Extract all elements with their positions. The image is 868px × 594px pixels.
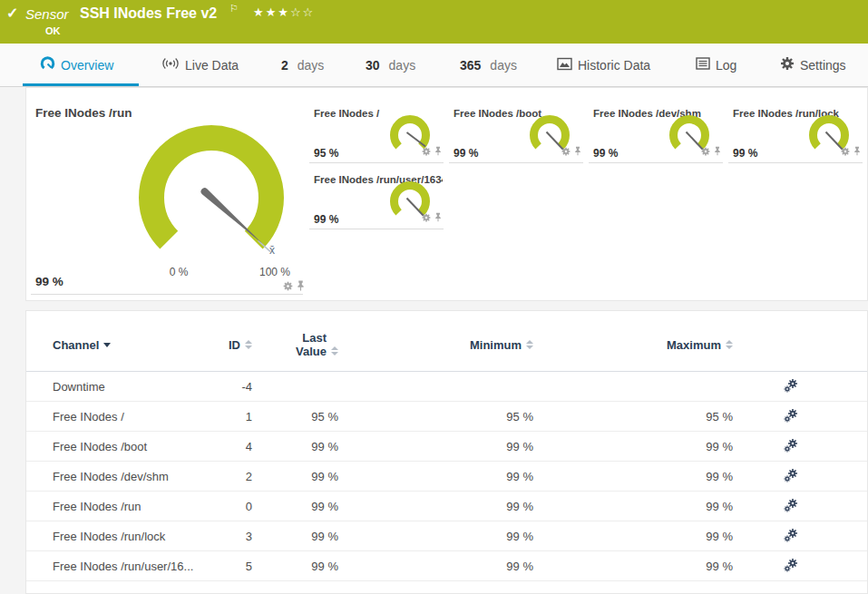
last-value: 99 % [252,530,338,543]
gear-icon [780,56,795,73]
active-tab-underline [23,83,139,86]
tab-unit: days [297,58,325,73]
gauges-panel: Free INodes /run x̄ 0 % 100 % 99 % Free … [25,87,868,301]
column-header-last-value[interactable]: Last Value [252,331,338,358]
sort-icon [331,346,338,355]
maximum-value: 99 % [533,500,733,513]
status-badge: OK [45,25,61,36]
priority-stars[interactable]: ★★★☆☆ [253,5,315,19]
minimum-value: 99 % [338,560,533,573]
channel-settings-gears-icon[interactable] [784,438,798,455]
table-row[interactable]: Free INodes /boot 4 99 % 99 % 99 % [26,432,867,462]
pin-icon[interactable] [853,143,861,160]
channel-id: 0 [225,500,252,513]
gauge-value: 99 % [733,147,757,160]
channel-id: 2 [225,470,252,483]
gauge-settings-gear-icon[interactable] [841,143,850,160]
tab-label: Live Data [185,58,239,73]
broadcast-icon [161,56,180,73]
gauge-settings-gear-icon[interactable] [283,278,293,295]
table-row[interactable]: Free INodes /run/lock 3 99 % 99 % 99 % [26,521,867,551]
channel-settings-gears-icon[interactable] [784,498,798,515]
average-marker: x̄ [269,244,275,257]
maximum-value: 99 % [533,530,733,543]
last-value: 99 % [252,560,338,573]
column-header-id[interactable]: ID [225,338,252,352]
tab-30-days[interactable]: 30 days [366,44,415,86]
channel-settings-gears-icon[interactable] [784,558,798,575]
pin-icon[interactable] [714,143,721,160]
tab-bar: Overview Live Data 2 days 30 days 365 da… [0,44,868,87]
pin-icon[interactable] [434,143,442,160]
sensor-type-label: Sensor [25,6,69,22]
column-header-maximum[interactable]: Maximum [533,338,733,352]
gauge-value: 95 % [314,147,338,160]
pin-icon[interactable] [574,143,581,160]
gauge-settings-gear-icon[interactable] [422,143,431,160]
tab-2-days[interactable]: 2 days [281,44,324,86]
channel-id: 3 [225,530,252,543]
mini-gauge-cell[interactable]: Free INodes /dev/shm 99 % [589,103,723,163]
maximum-value: 99 % [533,440,733,453]
channel-name[interactable]: Free INodes /run [53,500,225,513]
gauge-settings-gear-icon[interactable] [422,209,431,226]
table-row[interactable]: Free INodes / 1 95 % 95 % 95 % [26,402,867,432]
channel-id: 4 [225,440,252,453]
sort-desc-icon [103,343,111,347]
tab-log[interactable]: Log [696,44,736,86]
table-row[interactable]: Free INodes /dev/shm 2 99 % 99 % 99 % [26,462,867,492]
cell-divider [31,294,303,295]
mini-gauge-cell[interactable]: Free INodes /boot 99 % [449,103,583,163]
last-value: 95 % [252,410,338,424]
flag-icon[interactable]: ⚐ [229,3,239,15]
channel-name[interactable]: Free INodes /run/user/16... [53,560,225,573]
minimum-value: 99 % [338,470,533,483]
mini-gauge-cell[interactable]: Free INodes /run/lock 99 % [728,103,863,163]
chart-icon [557,57,572,73]
channel-name[interactable]: Downtime [53,380,225,394]
mini-gauge-cell[interactable]: Free INodes /run/user/16342... 99 % [309,170,444,229]
tab-365-days[interactable]: 365 days [460,44,517,86]
pin-icon[interactable] [434,209,442,226]
log-icon [696,57,710,73]
table-row[interactable]: Free INodes /run/user/16... 5 99 % 99 % … [26,551,867,581]
tab-settings[interactable]: Settings [780,44,846,86]
channel-id: 5 [225,560,252,573]
channel-name[interactable]: Free INodes /run/lock [53,530,225,543]
gauge-value: 99 % [314,213,338,226]
gauge-value: 99 % [35,275,63,288]
tab-label: Historic Data [578,58,650,73]
sort-icon [526,340,533,349]
channel-id: -4 [225,380,252,394]
channel-settings-gears-icon[interactable] [784,468,798,485]
channel-name[interactable]: Free INodes /boot [53,440,225,453]
tab-label: Log [716,58,736,73]
column-header-channel[interactable]: Channel [53,338,225,352]
table-row[interactable]: Downtime -4 [26,372,867,402]
channel-settings-gears-icon[interactable] [784,378,798,395]
minimum-value: 95 % [338,410,533,424]
channel-table-panel: Channel ID Last Value Minimum Maximum Do… [25,310,868,594]
channel-id: 1 [225,410,252,424]
gauge-max-label: 100 % [248,266,302,278]
table-row[interactable]: Free INodes /run 0 99 % 99 % 99 % [26,492,867,521]
column-header-minimum[interactable]: Minimum [338,338,533,352]
channel-name[interactable]: Free INodes / [53,410,225,424]
tab-historic-data[interactable]: Historic Data [557,44,650,86]
maximum-value: 99 % [533,470,733,483]
gauge-settings-gear-icon[interactable] [701,143,710,160]
channel-name[interactable]: Free INodes /dev/shm [53,470,225,483]
gauge-value: 99 % [454,147,478,160]
tab-label: Overview [61,58,113,73]
mini-gauge-cell[interactable]: Free INodes / 95 % [309,103,444,163]
page-title: SSH INodes Free v2 [80,5,217,22]
minimum-value: 99 % [338,530,533,543]
gauge-icon [40,56,55,73]
gauge-settings-gear-icon[interactable] [561,143,571,160]
channel-settings-gears-icon[interactable] [784,408,798,425]
tab-number: 2 [281,58,288,73]
channel-settings-gears-icon[interactable] [784,528,798,545]
tab-live-data[interactable]: Live Data [161,44,239,86]
pin-icon[interactable] [297,278,305,295]
tab-overview[interactable]: Overview [40,44,113,86]
